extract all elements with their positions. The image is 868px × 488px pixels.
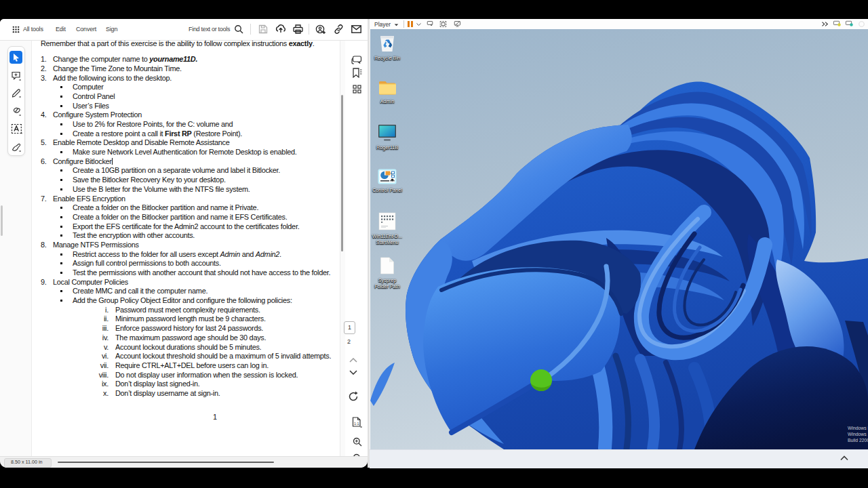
svg-text:1:1: 1:1 — [354, 422, 359, 426]
